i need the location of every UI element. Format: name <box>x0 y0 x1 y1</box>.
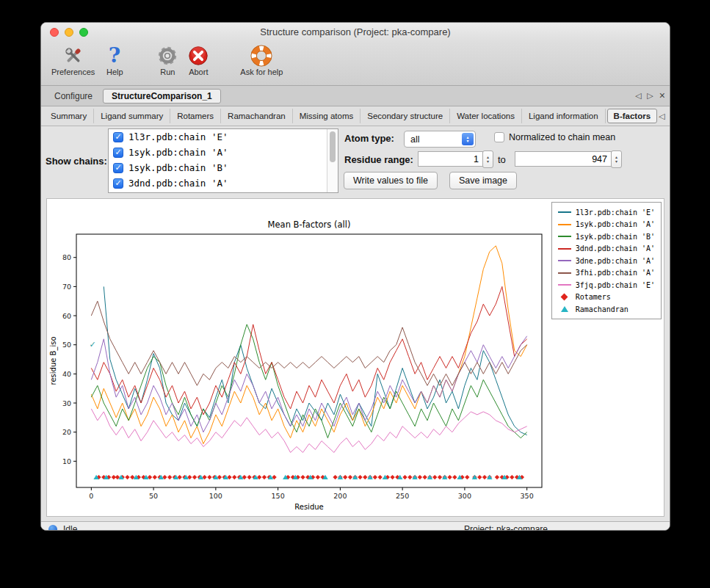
abort-button[interactable]: Abort <box>183 44 214 77</box>
preferences-button[interactable]: Preferences <box>47 44 99 77</box>
close-window-button[interactable] <box>50 28 59 37</box>
close-tab-icon[interactable]: × <box>659 92 665 100</box>
x-tick-label: 0 <box>89 492 93 500</box>
legend-line-icon <box>558 211 571 213</box>
tab-water-locations[interactable]: Water locations <box>450 109 522 123</box>
chain-list[interactable]: ✓1l3r.pdb:chain 'E'✓1syk.pdb:chain 'A'✓1… <box>108 128 338 193</box>
window-title: Structure comparison (Project: pka-compa… <box>41 23 670 42</box>
chain-checkbox[interactable]: ✓ <box>113 148 123 158</box>
y-tick-label: 10 <box>62 457 71 465</box>
legend-label: Ramachandran <box>576 305 629 313</box>
legend-item: 1syk.pdb:chain 'B' <box>557 231 655 243</box>
chain-checkbox[interactable]: ✓ <box>113 163 123 173</box>
toolbar-label: Help <box>106 68 123 76</box>
legend-label: 3fjq.pdb:chain 'E' <box>576 281 655 289</box>
legend-item: Rotamers <box>557 291 655 304</box>
to-label: to <box>498 154 506 165</box>
abort-icon <box>187 45 209 67</box>
chain-list-item[interactable]: ✓1syk.pdb:chain 'A' <box>109 145 338 160</box>
lifebuoy-icon <box>250 45 272 67</box>
legend-item: Ramachandran <box>557 303 655 316</box>
residue-range-label: Residue range: <box>344 154 413 165</box>
tab-summary[interactable]: Summary <box>44 109 94 123</box>
normalized-checkbox[interactable] <box>494 132 504 142</box>
legend-swatch <box>557 294 573 300</box>
tab-ligand-summary[interactable]: Ligand summary <box>94 109 170 123</box>
chain-checkbox[interactable]: ✓ <box>113 178 123 189</box>
tab-missing-atoms[interactable]: Missing atoms <box>293 109 361 123</box>
zoom-window-button[interactable] <box>79 28 88 37</box>
app-window: Structure comparison (Project: pka-compa… <box>40 22 670 531</box>
toolbar: Preferences ? Help Run Abort <box>41 42 670 86</box>
tools-icon <box>62 45 84 67</box>
project-label: Project: pka-compare <box>464 524 548 531</box>
legend-item: 1l3r.pdb:chain 'E' <box>557 206 655 219</box>
status-text: Idle <box>63 524 77 531</box>
chain-list-scrollbar[interactable] <box>327 129 338 192</box>
document-tab-strip: ConfigureStructureComparison_1 <box>46 89 222 104</box>
chain-checkbox[interactable]: ✓ <box>113 132 123 142</box>
section-tab-strip: SummaryLigand summaryRotamersRamachandra… <box>44 109 659 123</box>
controls-panel: Show chains: ✓1l3r.pdb:chain 'E'✓1syk.pd… <box>41 126 670 197</box>
status-indicator-icon <box>48 525 57 531</box>
stepper-down-icon[interactable]: ▾ <box>615 159 617 164</box>
run-button[interactable]: Run <box>152 44 183 77</box>
titlebar[interactable]: Structure comparison (Project: pka-compa… <box>41 23 670 42</box>
ask-for-help-button[interactable]: Ask for help <box>236 44 287 77</box>
next-tab-icon[interactable]: ▷ <box>647 91 653 101</box>
section-tab-bar: SummaryLigand summaryRotamersRamachandra… <box>41 106 670 126</box>
tab-secondary-structure[interactable]: Secondary structure <box>361 109 450 123</box>
legend-line-icon <box>558 284 571 286</box>
stepper-down-icon[interactable]: ▾ <box>487 159 489 164</box>
main-area: 0501001502002503003501020304050607080Mea… <box>41 197 670 521</box>
scrollbar-thumb[interactable] <box>330 131 336 162</box>
y-tick-label: 70 <box>62 283 71 291</box>
save-image-button[interactable]: Save image <box>449 172 517 189</box>
tab-ramachandran[interactable]: Ramachandran <box>221 109 293 123</box>
section-tab-nav: ◁ ▷ <box>659 112 670 121</box>
legend-swatch <box>557 211 573 213</box>
legend-label: 3dnd.pdb:chain 'A' <box>576 244 655 253</box>
residue-to-input[interactable] <box>515 151 612 167</box>
prev-section-icon[interactable]: ◁ <box>659 112 664 121</box>
legend-line-icon <box>558 260 571 261</box>
minimize-window-button[interactable] <box>65 28 73 37</box>
legend-label: 1syk.pdb:chain 'B' <box>576 233 655 241</box>
prev-tab-icon[interactable]: ◁ <box>635 91 641 101</box>
x-tick-label: 300 <box>458 492 471 500</box>
chain-list-item[interactable]: ✓1syk.pdb:chain 'B' <box>109 160 338 175</box>
help-button[interactable]: ? Help <box>99 44 130 77</box>
main-tab-configure[interactable]: Configure <box>46 89 101 104</box>
tab-rotamers[interactable]: Rotamers <box>170 109 221 123</box>
legend-item: 3fhi.pdb:chain 'A' <box>557 267 655 280</box>
legend-label: Rotamers <box>576 293 611 301</box>
legend-swatch <box>557 284 573 286</box>
normalized-option[interactable]: Normalized to chain mean <box>494 132 615 142</box>
legend-line-icon <box>558 236 571 237</box>
tab-ligand-information[interactable]: Ligand information <box>522 109 606 123</box>
chain-list-item[interactable]: ✓3dnd.pdb:chain 'A' <box>109 175 338 191</box>
check-marker: ✓ <box>89 340 95 349</box>
main-tab-structurecomparison-1[interactable]: StructureComparison_1 <box>103 89 221 104</box>
toolbar-label: Run <box>160 68 175 76</box>
tab-b-factors[interactable]: B-factors <box>607 109 657 123</box>
legend-line-icon <box>558 248 571 250</box>
residue-from-stepper[interactable]: ▴ ▾ <box>482 150 493 168</box>
residue-to-stepper[interactable]: ▴ ▾ <box>611 150 622 168</box>
y-tick-label: 20 <box>62 428 71 436</box>
write-values-button[interactable]: Write values to file <box>344 172 438 189</box>
y-tick-label: 80 <box>62 253 71 261</box>
legend-label: 1syk.pdb:chain 'A' <box>576 220 655 228</box>
x-tick-label: 200 <box>333 492 347 500</box>
plot-panel: 0501001502002503003501020304050607080Mea… <box>46 198 664 517</box>
residue-from-input[interactable] <box>418 151 483 167</box>
triangle-icon <box>561 306 568 312</box>
legend-item: 3dnd.pdb:chain 'A' <box>557 243 655 255</box>
legend-swatch <box>557 236 573 237</box>
chain-list-item[interactable]: ✓1l3r.pdb:chain 'E' <box>109 129 338 145</box>
help-icon: ? <box>104 45 126 67</box>
y-tick-label: 60 <box>62 312 71 320</box>
y-tick-label: 30 <box>62 399 71 407</box>
legend-swatch <box>557 272 573 274</box>
atom-type-dropdown[interactable]: all ▴▾ <box>404 131 476 148</box>
